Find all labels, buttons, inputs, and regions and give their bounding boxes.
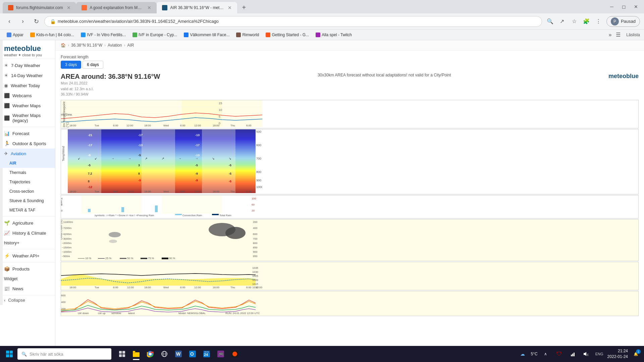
taskbar-app-calendar[interactable]: MON 24 [200, 347, 213, 361]
svg-point-100 [109, 240, 117, 243]
svg-text:-5: -5 [229, 180, 231, 183]
sidebar-item-trajectories-label: Trajectories [9, 180, 30, 184]
address-bar: ‹ › ↻ 🔒 meteoblue.com/en/weather/aviatio… [0, 13, 644, 29]
bookmark-kids[interactable]: Kids-n-fun | 84 colo... [28, 31, 77, 39]
sidebar-item-weather-maps-legacy[interactable]: ⬛ Weather Maps (legacy) [0, 111, 55, 125]
sidebar-item-air[interactable]: AIR [0, 159, 55, 168]
logo-tagline: weather ✦ close to you [4, 53, 51, 57]
svg-text:Total Rain: Total Rain [219, 214, 231, 217]
start-button[interactable] [3, 347, 16, 361]
taskbar-weather-icon[interactable]: ☁ [517, 349, 528, 359]
sidebar-item-trajectories[interactable]: Trajectories [0, 177, 55, 187]
sidebar-item-history-climate[interactable]: 📈 History & Climate [0, 228, 55, 238]
sidebar-item-agriculture[interactable]: 🌱 Agriculture [0, 218, 55, 228]
sidebar-item-stueve[interactable]: Stueve & Sounding [0, 196, 55, 205]
sidebar-item-webcams[interactable]: ⬛ Webcams [0, 90, 55, 101]
sidebar-item-weather-maps[interactable]: ⬛ Weather Maps [0, 101, 55, 111]
bookmark-icon[interactable]: ☆ [569, 16, 580, 27]
bookmark-rimworld[interactable]: Rimworld [233, 31, 262, 39]
sidebar-item-thermals[interactable]: Thermals [0, 168, 55, 177]
address-input[interactable]: 🔒 meteoblue.com/en/weather/aviation/air/… [44, 16, 542, 27]
taskbar-app-game2[interactable] [228, 347, 241, 361]
breadcrumb-location[interactable]: 36.38°N 91.16°W [71, 43, 102, 48]
bookmark-ivf-label: IVF - In Vitro Fertilis... [87, 33, 126, 37]
taskbar-antivirus-icon[interactable]: 🛡 [554, 349, 565, 359]
bookmark-ivf-europe[interactable]: IVF in Europe - Cyp... [130, 31, 180, 39]
taskbar-search[interactable]: 🔍 Skriv här att söka [17, 348, 111, 360]
svg-text:600: 600 [256, 143, 261, 147]
share-icon[interactable]: ↗ [557, 16, 568, 27]
svg-text:Thu: Thu [230, 190, 235, 193]
svg-rect-85 [175, 214, 182, 215]
sidebar-item-forecast[interactable]: 📊 Forecast [0, 128, 55, 138]
home-icon[interactable]: 🏠 [61, 43, 66, 48]
weather-maps-icon: ⬛ [4, 103, 10, 108]
sidebar-item-outdoor-label: Outdoor & Sports [12, 141, 46, 146]
taskbar-app-network[interactable] [158, 347, 171, 361]
breadcrumb-section[interactable]: Aviation [108, 43, 122, 48]
taskbar-app-chrome[interactable] [144, 347, 157, 361]
minimize-button[interactable]: ─ [606, 1, 617, 12]
menu-icon[interactable]: ⋮ [593, 16, 604, 27]
task-view-icon [119, 351, 125, 357]
bookmark-getting-started[interactable]: Getting Started - G... [263, 31, 312, 39]
svg-text:0: 0 [61, 209, 63, 212]
sidebar-item-weather-api[interactable]: ⚡ Weather API+ [0, 251, 55, 261]
svg-text:18:00: 18:00 [213, 124, 220, 127]
taskbar-chevron-icon[interactable]: ∧ [540, 349, 551, 359]
tab-1[interactable]: forums.flightsimulator.com ✕ [3, 2, 76, 13]
sidebar-item-cross-section[interactable]: Cross-section [0, 187, 55, 196]
bookmark-ivf[interactable]: IVF - In Vitro Fertilis... [78, 31, 128, 39]
maximize-button[interactable]: ◻ [619, 1, 629, 12]
svg-text:200: 200 [253, 221, 258, 224]
tab-2[interactable]: A good explanation from Meteo... ✕ [76, 2, 157, 13]
clock-date: 2022-01-24 [607, 354, 628, 360]
extensions-icon[interactable]: 🧩 [581, 16, 592, 27]
sidebar-item-14day[interactable]: ☀ 14-Day Weather [0, 70, 55, 80]
sidebar-item-products[interactable]: 📦 Products [0, 264, 55, 274]
taskbar-app-task-view[interactable] [115, 347, 129, 361]
bookmark-facebook[interactable]: Välkommen till Face... [181, 31, 232, 39]
taskbar-app-file-explorer[interactable] [129, 347, 143, 361]
bookmark-apps[interactable]: Appar [4, 31, 26, 39]
taskbar-app-outlook[interactable]: O [186, 347, 199, 361]
sidebar-item-aviation[interactable]: ✈ Aviation [0, 148, 55, 159]
svg-text:→: → [128, 157, 131, 160]
reload-button[interactable]: ↻ [31, 16, 42, 27]
collapse-button[interactable]: ‹ Collapse [0, 295, 55, 305]
forecast-charts: 15 10 5 0 2m Temp/Dew. 18:00 Tue 6:00 12… [61, 100, 639, 317]
sidebar-item-metar[interactable]: METAR & TAF [0, 205, 55, 215]
sidebar-item-7day[interactable]: ☀ 7-Day Weather [0, 60, 55, 70]
new-tab-button[interactable]: + [238, 2, 249, 13]
sidebar-item-outdoor[interactable]: 🏃 Outdoor & Sports [0, 138, 55, 148]
time-display[interactable]: 21:24 2022-01-24 [607, 348, 628, 360]
taskbar-network-tray-icon[interactable] [567, 349, 578, 359]
btn-6days[interactable]: 6 days [83, 61, 103, 69]
btn-3days[interactable]: 3 days [61, 61, 81, 69]
bookmarks-more-button[interactable]: » [608, 32, 611, 38]
reading-list-button[interactable]: ☰ [613, 29, 624, 40]
collapse-label: Collapse [8, 298, 25, 303]
search-icon[interactable]: 🔍 [545, 16, 555, 27]
taskbar-notification-icon[interactable]: 🔔 1 [631, 349, 641, 359]
tab-2-close[interactable]: ✕ [147, 5, 151, 10]
svg-text:O: O [190, 351, 194, 357]
forward-button[interactable]: › [17, 16, 28, 27]
taskbar-app-word[interactable]: W [172, 347, 185, 361]
temp-chart-label: 2m Temp/Dewpoint (°C) [61, 100, 70, 128]
close-browser-button[interactable]: ✕ [631, 1, 641, 12]
svg-text:Convective Rain: Convective Rain [182, 214, 202, 217]
tab-1-close[interactable]: ✕ [67, 5, 71, 10]
sidebar-item-news[interactable]: 📰 News [0, 284, 55, 294]
bookmark-twitch[interactable]: Alla spel - Twitch [313, 31, 355, 39]
sidebar-item-widget[interactable]: Widget [0, 274, 55, 284]
tab-3-close[interactable]: ✕ [228, 5, 232, 10]
sidebar-item-history-plus[interactable]: history+ [0, 238, 55, 248]
sidebar-item-weather-today[interactable]: ◉ Weather Today [0, 80, 55, 90]
taskbar-keyboard-icon[interactable]: ENG [594, 349, 605, 359]
taskbar-app-game1[interactable]: 🎮 [214, 347, 227, 361]
tab-3[interactable]: AIR 36.38°N 91.16°W - meteoblu... ✕ [157, 2, 237, 13]
back-button[interactable]: ‹ [4, 16, 15, 27]
taskbar-volume-icon[interactable]: )))) [581, 349, 591, 359]
profile-button[interactable]: P Pausad [606, 16, 640, 27]
